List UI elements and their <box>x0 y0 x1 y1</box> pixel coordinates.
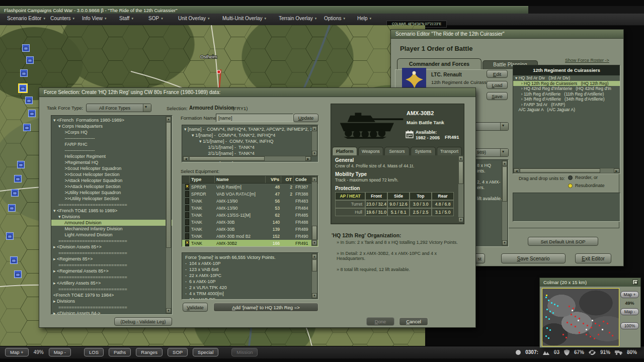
map-zoom-out-button[interactable]: Map - <box>49 348 71 356</box>
unit-counter[interactable] <box>28 110 36 117</box>
minimap-image[interactable] <box>542 288 619 346</box>
template-tree-item[interactable]: ▾ <French Formations 1980-1989> <box>51 117 172 123</box>
combo-arrow-icon[interactable] <box>500 123 508 130</box>
template-tree-item[interactable]: -------------------- <box>51 147 172 153</box>
mission-button[interactable]: Mission <box>231 348 258 356</box>
unit-counter[interactable] <box>19 84 27 92</box>
validate-button[interactable]: Validate <box>183 303 208 312</box>
equipment-tab[interactable]: Sensors <box>384 147 410 155</box>
roster-hscroll-thumb[interactable] <box>520 168 600 173</box>
menu-item[interactable]: Help <box>357 16 371 21</box>
template-tree-item[interactable]: Armoured Division <box>51 220 172 226</box>
equipment-checkbox[interactable] <box>185 233 189 239</box>
minimap-zoom-in-button[interactable]: Map + <box>620 291 639 298</box>
roster-tree-item[interactable]: ▾ HQ 3rd Ar Div (3rd Ar Div) <box>513 75 620 81</box>
menu-item[interactable]: Info View <box>82 16 106 21</box>
scenario-editor-titlebar[interactable]: Scenario Editor "The Ride of the 12th Cu… <box>391 30 623 39</box>
template-tree-item[interactable]: >Regimental HQ <box>51 159 172 165</box>
equipment-row[interactable]: TANK AMX-30B mod B2 152 FR490 <box>182 233 318 240</box>
menu-item[interactable]: Staff <box>119 16 133 21</box>
unit-counter[interactable] <box>8 204 16 212</box>
roster-tree-item[interactable]: › HQ 12th Reg de Cuirassiers (HQ 12th Re… <box>513 81 620 86</box>
cancel-button[interactable]: Cancel <box>399 317 428 326</box>
menu-item[interactable]: Scenario Editor <box>7 16 45 21</box>
menu-item[interactable]: Unit Overlay <box>178 16 210 21</box>
equipment-checkbox[interactable] <box>185 212 189 218</box>
update-button[interactable]: Update <box>293 114 318 122</box>
template-tree-item[interactable]: ▾ <French TO&E 1985 to 1989> <box>51 208 172 214</box>
template-tree-item[interactable]: Mechanized Infantry Division <box>51 226 172 232</box>
toolbar-button[interactable]: Special <box>193 348 218 356</box>
force-worth-vscrollbar[interactable]: ▲ ▼ <box>311 253 317 299</box>
formation-tree-vscrollbar[interactable]: ▲ ▼ <box>311 126 317 156</box>
roster-tree-item[interactable]: › FARP 3rd Ar (FARP) <box>513 102 620 108</box>
add-to-hq-button[interactable]: Add '[name]' to HQ 12th Reg => <box>213 303 318 312</box>
debug-validate-leg-button[interactable]: (Debug - Validate Leg) <box>114 317 172 326</box>
toolbar-button[interactable]: Ranges <box>136 348 163 356</box>
formation-name-input[interactable] <box>216 114 293 122</box>
template-tree-item[interactable]: ========================== <box>51 238 172 244</box>
template-tree-item[interactable]: FARP RHC <box>51 141 172 147</box>
radio-reorder[interactable] <box>568 175 573 180</box>
equipment-tab[interactable]: Weapons <box>358 147 383 155</box>
scroll-down-icon[interactable]: ▼ <box>166 308 171 313</box>
roster-tree-item[interactable]: › HQ 42nd Reg d'Infanterie (HQ 42nd Reg … <box>513 86 620 92</box>
platform-content-vscrollbar[interactable]: ▲ ▼ <box>458 155 464 223</box>
roster-tree-item[interactable]: A/C Jaguar A (A/C Jaguar A) <box>513 107 620 113</box>
summary-vscrollbar[interactable]: ▲ ▼ <box>502 160 508 246</box>
formation-tree-item[interactable]: ▾ 1/1/[name] - COMV, TANK, INFHQ <box>182 138 318 144</box>
template-tree-item[interactable]: >Corps HQ <box>51 129 172 135</box>
done-button[interactable]: Done <box>366 317 394 326</box>
template-list-vscrollbar[interactable]: ▲ ▼ <box>166 116 172 314</box>
unit-counter[interactable] <box>23 124 31 131</box>
unit-counter[interactable] <box>14 175 22 183</box>
equipment-row[interactable]: SPRDR VAB Rasit[m] 48 2 FR387 <box>182 184 318 191</box>
menu-item[interactable]: SOP <box>148 16 163 21</box>
template-tree-item[interactable]: >Scout Helicopter Squadron <box>51 165 172 171</box>
template-tree-item[interactable]: >>Utility Helicopter Section <box>51 196 172 202</box>
combo-arrow-icon[interactable] <box>143 104 151 112</box>
unit-counter[interactable] <box>11 189 19 197</box>
unit-counter[interactable] <box>10 256 18 264</box>
minimap-zoom-out-button[interactable]: Map - <box>620 308 639 315</box>
roster-tree-item[interactable]: › 11th Reg d'Artillerie (11th Reg d'Arti… <box>513 92 620 97</box>
roster-hscrollbar[interactable]: ◀ ▶ <box>513 168 620 173</box>
template-tree-item[interactable]: ▸ <Regiments 85+> <box>51 256 172 262</box>
toolbar-button[interactable]: LOS <box>84 348 104 356</box>
equipment-row[interactable]: TANK AMX-30B2 166 FR491 <box>182 240 318 247</box>
radio-resubordinate-label[interactable]: Resubordinate <box>575 183 605 188</box>
radio-reorder-label[interactable]: Reorder, or <box>575 175 598 180</box>
exit-editor-button[interactable]: Exit Editor <box>575 253 611 263</box>
load-button[interactable]: Load <box>487 81 508 89</box>
template-tree-item[interactable]: >Attack Helicopter Squadron <box>51 177 172 184</box>
formation-tree-item[interactable]: ▾ 1/[name] - COMV*4, TANK*2, INFHQ*4 <box>182 132 318 138</box>
equipment-checkbox[interactable] <box>185 184 189 190</box>
equipment-row[interactable]: TANK AMX-13/90 53 FR484 <box>182 205 318 212</box>
equipment-row[interactable]: SPRDR VAB VOA RATAC[m] 47 2 FR388 <box>182 191 318 198</box>
template-tree-item[interactable]: >Utility Helicopter Squadron <box>51 190 172 196</box>
unit-counter[interactable] <box>6 232 14 240</box>
toolbar-button[interactable]: Paths <box>109 348 131 356</box>
template-tree-item[interactable]: -------------------- <box>51 135 172 141</box>
formation-tree-item[interactable]: 1/1/1/[name] - TANK*4 <box>182 144 318 150</box>
equipment-checkbox[interactable] <box>185 219 189 225</box>
radio-resubordinate[interactable] <box>568 184 573 188</box>
menu-item[interactable]: Counters <box>50 16 74 21</box>
template-tree-item[interactable]: ========================== <box>51 262 172 268</box>
equipment-row[interactable]: TANK AMX-13/90 56 FR483 <box>182 198 318 205</box>
template-tree-item[interactable]: ========================== <box>51 202 172 208</box>
formation-tree-hscrollbar[interactable]: ◀ ▶ <box>183 156 311 161</box>
template-tree-item[interactable]: ▾ Divisions <box>51 214 172 220</box>
edit-button[interactable]: Edit <box>487 70 508 78</box>
equipment-tab[interactable]: Platform <box>332 147 357 155</box>
unit-counter[interactable] <box>26 56 34 64</box>
menu-item[interactable]: Multi-Unit Overlay <box>222 16 266 21</box>
save-button[interactable]: Save <box>487 92 508 100</box>
template-tree-item[interactable]: ▸ <Division Assets 85+> <box>51 244 172 250</box>
template-tree-item[interactable]: ▸ Divisions <box>51 298 172 304</box>
template-tree-item[interactable]: >>Attack Helicopter Section <box>51 184 172 190</box>
unit-counter[interactable] <box>20 69 28 77</box>
unit-counter[interactable] <box>25 97 33 104</box>
template-tree-item[interactable]: ▾ Corps Headquarters <box>51 123 172 129</box>
template-tree-item[interactable]: ========================== <box>51 304 172 310</box>
